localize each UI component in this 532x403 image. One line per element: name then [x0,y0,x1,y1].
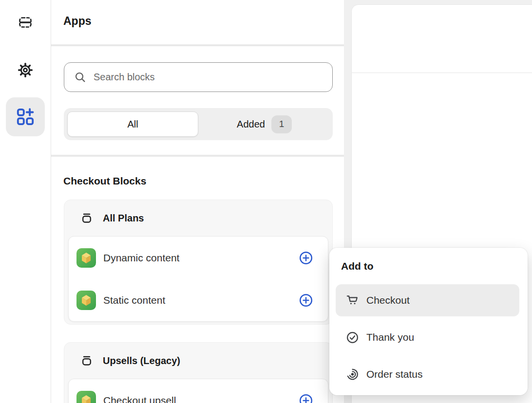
add-to-popover: Add to Checkout [329,248,528,395]
rail-item-settings[interactable] [16,61,35,79]
checkout-editor: Apps All Added 1 Checkout Blocks [0,0,532,403]
group-header: Upsells (Legacy) [64,343,332,379]
block-group-all-plans: All Plans Dy [64,200,333,325]
app-group-icon [80,212,93,224]
tab-all[interactable]: All [67,111,198,137]
add-to-menu: Checkout Thank you [336,284,519,390]
cart-icon [345,293,360,308]
search-field[interactable] [64,62,333,92]
group-title: Upsells (Legacy) [103,355,180,366]
apps-panel: Apps All Added 1 Checkout Blocks [51,0,344,403]
search-icon [74,71,87,84]
menu-item-label: Checkout [366,294,410,306]
rail-item-sections[interactable] [18,15,33,30]
block-row-static-content[interactable]: Static content [69,279,328,321]
tab-added-label: Added [237,119,265,130]
apps-icon [16,108,35,126]
menu-item-label: Thank you [366,331,414,343]
group-header: All Plans [64,200,332,236]
block-row-dynamic-content[interactable]: Dynamic content [69,237,328,279]
menu-item-label: Order status [366,368,423,380]
block-label: Dynamic content [103,252,179,264]
icon-rail [0,0,51,403]
menu-item-thank-you[interactable]: Thank you [336,321,519,353]
tab-added[interactable]: Added 1 [199,111,329,137]
search-input[interactable] [93,71,323,83]
checkout-blocks-app-icon [76,391,96,403]
check-circle-icon [345,330,360,345]
add-block-button[interactable] [299,251,313,265]
plus-circle-icon [299,259,313,267]
group-body: Dynamic content [68,236,328,322]
block-label: Static content [103,294,165,306]
sections-icon [18,15,33,30]
menu-item-checkout[interactable]: Checkout [336,284,519,316]
checkout-blocks-app-icon [76,291,96,310]
filter-tabs: All Added 1 [64,108,333,140]
panel-title: Apps [63,15,92,28]
gear-icon [16,61,35,79]
tab-all-label: All [127,119,138,130]
group-body: Checkout upsell [68,379,328,403]
menu-item-order-status[interactable]: Order status [336,358,519,390]
section-heading: Checkout Blocks [63,175,146,187]
panel-divider [51,44,344,46]
group-title: All Plans [103,213,144,224]
plus-circle-icon [299,302,313,309]
add-block-button[interactable] [299,293,313,308]
block-group-upsells-legacy: Upsells (Legacy) Checkout upsell [64,342,333,403]
added-count-badge: 1 [271,115,292,133]
order-status-icon [345,367,360,382]
rail-item-apps[interactable] [6,97,45,136]
popover-title: Add to [341,260,528,272]
block-row-checkout-upsell[interactable]: Checkout upsell [69,379,328,403]
preview-divider [352,73,532,73]
add-block-button[interactable] [299,393,313,403]
app-group-icon [80,354,93,367]
panel-divider [51,155,344,157]
block-label: Checkout upsell [103,395,176,403]
checkout-blocks-app-icon [76,248,96,268]
